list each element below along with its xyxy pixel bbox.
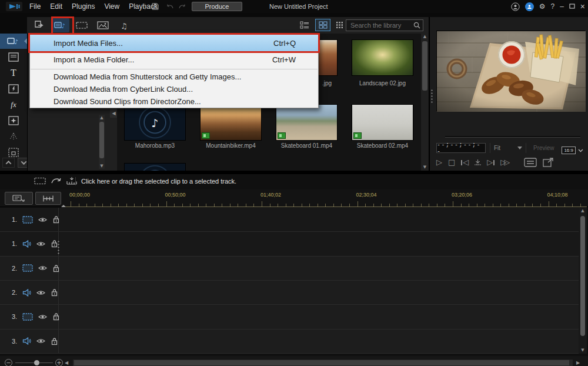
import-media-button[interactable] — [31, 18, 48, 32]
undock-preview-button[interactable] — [543, 158, 554, 167]
media-item-landscape-02-jpg[interactable]: Landscape 02.jpg — [352, 39, 413, 86]
video-track-row[interactable]: 3. — [0, 305, 579, 329]
sidebar-item-lighting-room[interactable] — [0, 129, 27, 144]
playhead-marker[interactable] — [61, 202, 66, 207]
search-icon[interactable] — [413, 22, 420, 29]
photo-filter-button[interactable] — [94, 18, 112, 32]
audio-track-row[interactable]: 1. — [0, 232, 579, 256]
search-input[interactable] — [350, 22, 413, 29]
track-lock-icon[interactable] — [51, 288, 58, 297]
explorer-scroll-up-icon[interactable]: ▲ — [99, 115, 105, 121]
zoom-in-button[interactable]: + — [55, 359, 63, 366]
undo-icon[interactable] — [166, 4, 174, 9]
timeline-ruler[interactable]: 00;00;0000;50;0001;40;0202;30;0403;20;06… — [65, 189, 587, 207]
menu-edit[interactable]: Edit — [50, 2, 62, 11]
menu-file[interactable]: File — [29, 2, 41, 11]
menu-item-download-media-from-shutterstock-and-getty-images[interactable]: Download Media from Shutterstock and Get… — [30, 71, 318, 83]
list-view-button[interactable] — [297, 19, 312, 31]
menu-item-import-a-media-folder[interactable]: Import a Media Folder...Ctrl+W — [30, 51, 318, 68]
produce-button[interactable]: Produce — [192, 2, 242, 11]
redo-icon[interactable] — [178, 4, 186, 9]
aspect-ratio-control[interactable]: 16:9 — [562, 147, 583, 154]
track-header-resize-handle[interactable] — [57, 240, 60, 254]
video-thumbnail[interactable] — [276, 104, 338, 141]
track-visibility-eye-icon[interactable] — [38, 217, 47, 223]
explorer-scroll-down-icon[interactable]: ▼ — [99, 163, 105, 169]
track-lock-icon[interactable] — [52, 215, 60, 224]
grid-view-button[interactable] — [315, 19, 330, 31]
sidebar-item-media-room[interactable]: ♪ — [0, 34, 27, 49]
play-button[interactable]: ▷ — [436, 157, 442, 168]
track-lock-icon[interactable] — [52, 264, 60, 272]
timeline-vertical-scrollbar[interactable]: ▲ ▼ — [579, 208, 587, 354]
sidebar-item-title-room[interactable]: T — [0, 65, 27, 81]
sidebar-item-effect-room[interactable]: fx — [0, 97, 27, 112]
menu-plugins[interactable]: Plugins — [72, 2, 95, 11]
user-account-icon[interactable] — [511, 2, 520, 11]
minimize-icon[interactable]: – — [560, 0, 564, 13]
library-menu-grid-icon[interactable] — [333, 19, 345, 31]
timeline-hint-text[interactable]: Click here or drag the selected clip to … — [81, 178, 236, 185]
video-track-row[interactable]: 2. — [0, 257, 579, 281]
track-lock-icon[interactable] — [52, 312, 60, 321]
track-visibility-eye-icon[interactable] — [36, 241, 45, 247]
library-scrollbar[interactable]: ▲ ▼ — [421, 34, 429, 171]
seek-marker-button[interactable] — [475, 159, 481, 166]
track-manager-button[interactable] — [5, 192, 33, 205]
select-clip-icon[interactable] — [34, 177, 46, 185]
help-icon[interactable]: ? — [550, 0, 554, 13]
video-filter-button[interactable] — [73, 18, 91, 32]
scroll-rooms-up-button[interactable] — [2, 158, 15, 168]
timeline-scroll-left-icon[interactable]: ◀ — [65, 360, 68, 366]
zoom-slider-handle[interactable] — [34, 360, 39, 365]
image-thumbnail[interactable] — [352, 39, 413, 76]
maximize-icon[interactable] — [569, 0, 575, 13]
video-thumbnail[interactable] — [200, 104, 262, 141]
video-thumbnail[interactable] — [352, 104, 413, 141]
track-visibility-eye-icon[interactable] — [36, 290, 45, 296]
library-scroll-up-icon[interactable]: ▲ — [421, 34, 429, 39]
timeline-scroll-down-icon[interactable]: ▼ — [579, 347, 587, 353]
preview-resize-handle[interactable] — [431, 89, 433, 104]
range-selection-button[interactable] — [35, 192, 61, 205]
save-icon[interactable] — [152, 3, 159, 10]
media-item-skateboard-02-mp4[interactable]: Skateboard 02.mp4 — [352, 104, 413, 149]
zoom-out-button[interactable]: − — [5, 359, 12, 366]
audio-track-row[interactable]: 3. — [0, 330, 579, 354]
track-visibility-eye-icon[interactable] — [38, 265, 47, 271]
media-item-mountainbiker-mp4[interactable]: Mountainbiker.mp4 — [200, 104, 262, 149]
fast-forward-button[interactable]: ▷▷ — [500, 157, 510, 168]
next-frame-button[interactable]: ▷ — [487, 157, 495, 168]
settings-gear-icon[interactable]: ⚙ — [539, 0, 546, 13]
preview-quality-dropdown[interactable]: Preview — [530, 143, 563, 153]
preview-seek-bar[interactable] — [445, 136, 580, 138]
menu-item-download-sound-clips-from-directorzone[interactable]: Download Sound Clips from DirectorZone..… — [30, 95, 318, 108]
close-icon[interactable]: × — [580, 0, 585, 13]
insert-arrow-icon[interactable] — [51, 178, 61, 185]
menu-view[interactable]: View — [104, 2, 119, 11]
aspect-ratio-value[interactable]: 16:9 — [562, 147, 576, 154]
cyberlink-account-avatar[interactable] — [525, 2, 534, 11]
menu-item-import-media-files[interactable]: Import Media Files...Ctrl+Q — [30, 35, 318, 51]
audio-thumbnail[interactable]: ♪ — [124, 104, 186, 141]
video-track-row[interactable]: 1. — [0, 208, 579, 232]
media-viewer-button[interactable] — [524, 158, 537, 167]
audio-track-row[interactable]: 2. — [0, 281, 579, 305]
media-content-filter-all-button[interactable]: ♪ — [52, 18, 69, 32]
media-item-skateboard-01-mp4[interactable]: Skateboard 01.mp4 — [276, 104, 338, 149]
timeline-horizontal-scrollbar[interactable] — [73, 360, 573, 366]
media-item-mahoroba-mp3[interactable]: ♪Mahoroba.mp3 — [124, 104, 186, 149]
explorer-scrollbar[interactable]: ▲ ▼ — [99, 115, 105, 169]
stop-button[interactable]: □ — [448, 157, 455, 168]
timecode-display[interactable]: --;--;--;-- — [436, 143, 486, 153]
sidebar-item-particle-room[interactable] — [0, 113, 27, 128]
track-visibility-eye-icon[interactable] — [38, 314, 47, 320]
audio-filter-button[interactable]: ♫ — [115, 18, 133, 32]
previous-frame-button[interactable]: ◁ — [461, 157, 469, 168]
library-scroll-down-icon[interactable]: ▼ — [421, 164, 429, 170]
menu-item-download-media-from-cyberlink-cloud[interactable]: Download Media from CyberLink Cloud... — [30, 83, 318, 95]
media-item-partial[interactable] — [124, 163, 186, 171]
timeline-scroll-up-icon[interactable]: ▲ — [579, 208, 587, 214]
zoom-fit-dropdown[interactable]: Fit — [490, 143, 526, 153]
track-lock-icon[interactable] — [51, 337, 58, 345]
